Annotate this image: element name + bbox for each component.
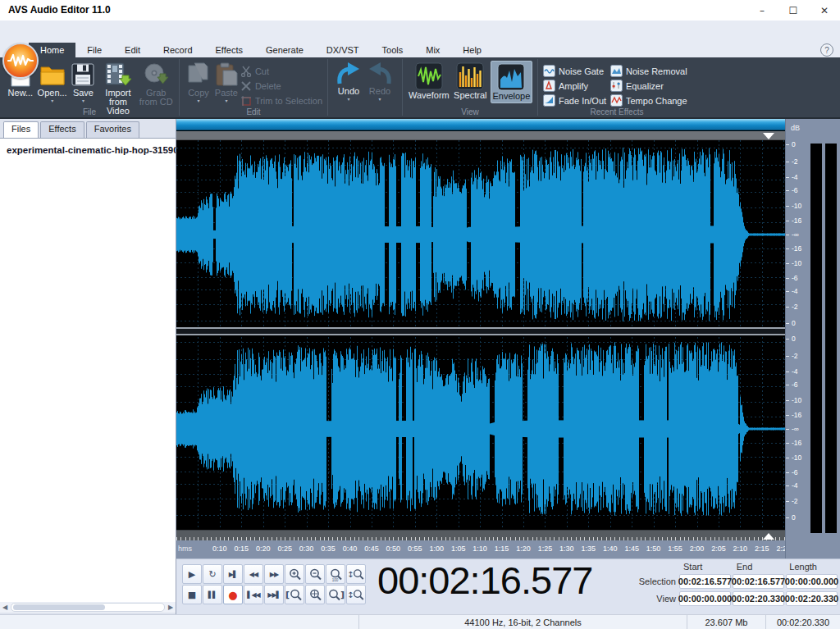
menu-tab-tools[interactable]: Tools <box>371 43 415 57</box>
db-tick <box>786 263 789 264</box>
zoom-selection-end-button[interactable]: ] <box>326 585 345 604</box>
zoom-vertical-in-button[interactable]: ↕ <box>346 564 366 584</box>
view-end-field[interactable]: 00:02:20.330 <box>733 591 784 606</box>
delete-button[interactable]: Delete <box>240 79 322 93</box>
menu-tab-dx-vst[interactable]: DX/VST <box>315 43 371 57</box>
zoom-buttons: 100↕[]↕ <box>285 564 366 604</box>
selection-length-field[interactable]: 00:00:00.000 <box>786 574 838 589</box>
menu-tab-mix[interactable]: Mix <box>414 43 451 57</box>
stop-button[interactable]: ■ <box>182 585 202 604</box>
ruler-tick-label: 1:30 <box>559 545 574 553</box>
db-tick <box>786 206 789 207</box>
record-button[interactable]: ● <box>223 585 243 604</box>
zoom-out-button[interactable] <box>305 564 325 584</box>
ruler-tick-label: 1:50 <box>646 545 661 553</box>
go-to-start-button[interactable]: ▌◀◀ <box>244 585 263 604</box>
scroll-right-icon[interactable]: ▶ <box>166 604 176 611</box>
group-label-file: File <box>0 107 179 116</box>
menu-tab-help[interactable]: Help <box>451 43 493 57</box>
file-list-item[interactable]: experimental-cinematic-hip-hop-315904 <box>0 139 176 157</box>
zoom-selection-start-button[interactable]: [ <box>285 585 304 604</box>
undo-button[interactable]: Undo ▾ <box>333 61 364 101</box>
amplify-button[interactable]: Amplify <box>543 80 610 92</box>
equalizer-button[interactable]: Equalizer <box>610 80 687 92</box>
trim-to-selection-button[interactable]: Trim to Selection <box>240 93 322 108</box>
title-bar: AVS Audio Editor 11.0 – ☐ ✕ <box>0 0 840 21</box>
redo-button[interactable]: Redo ▾ <box>364 61 395 101</box>
spectral-view-button[interactable]: Spectral <box>450 61 491 102</box>
rewind-button[interactable]: ◀◀ <box>244 564 263 584</box>
menu-tab-effects[interactable]: Effects <box>204 43 254 57</box>
scroll-left-icon[interactable]: ◀ <box>0 604 10 611</box>
copy-button[interactable]: Copy ▾ <box>185 61 212 103</box>
ruler-tick-label: 2:05 <box>711 545 726 553</box>
noise-gate-button[interactable]: Noise Gate <box>543 65 610 77</box>
window-title: AVS Audio Editor 11.0 <box>8 4 111 16</box>
play-to-end-button[interactable]: ▶▌ <box>223 564 243 584</box>
waveform-view-button[interactable]: Waveform <box>408 61 450 102</box>
noise-gate-icon <box>543 65 555 77</box>
file-list[interactable]: experimental-cinematic-hip-hop-315904 <box>0 138 176 602</box>
top-marker-strip[interactable] <box>176 131 785 140</box>
selection-start-field[interactable]: 00:02:16.577 <box>679 574 731 589</box>
tempo-change-button[interactable]: Tempo Change <box>610 94 687 107</box>
panel-tab-files[interactable]: Files <box>3 121 39 138</box>
time-ruler[interactable]: hms 0:100:150:200:250:300:350:400:450:50… <box>176 540 785 558</box>
waveform-editor[interactable]: hms 0:100:150:200:250:300:350:400:450:50… <box>176 119 785 558</box>
zoom-selection-button[interactable] <box>305 585 325 604</box>
minimize-button[interactable]: – <box>746 0 778 21</box>
help-icon[interactable]: ? <box>820 43 833 57</box>
menu-tab-generate[interactable]: Generate <box>254 43 315 57</box>
db-label: 0 <box>792 319 796 327</box>
db-tick <box>786 291 789 292</box>
noise-removal-icon <box>610 65 623 77</box>
zoom-in-button[interactable] <box>285 564 304 584</box>
bottom-marker-strip[interactable] <box>176 530 785 540</box>
play-button[interactable]: ▶ <box>182 564 202 584</box>
zoom-100-button[interactable]: 100 <box>326 564 345 584</box>
file-list-horizontal-scrollbar[interactable]: ◀ ▶ <box>0 602 176 613</box>
db-tick <box>786 162 789 162</box>
paste-button[interactable]: Paste ▾ <box>212 61 240 103</box>
svg-text:100: 100 <box>331 577 338 581</box>
view-length-field[interactable]: 00:02:20.330 <box>786 591 838 606</box>
ruler-tick-label: 2:00 <box>690 545 705 553</box>
noise-removal-button[interactable]: Noise Removal <box>610 65 687 77</box>
grab-from-cd-button[interactable]: Grab from CD <box>139 61 174 107</box>
playhead-marker-bottom[interactable] <box>763 533 774 540</box>
avs-logo[interactable] <box>2 43 39 79</box>
panel-tab-favorites[interactable]: Favorites <box>86 121 139 138</box>
cut-button[interactable]: Cut <box>240 64 322 79</box>
scrollbar-thumb[interactable] <box>13 604 105 610</box>
waveform-canvas[interactable] <box>176 140 785 530</box>
equalizer-icon <box>610 80 623 92</box>
fade-in-out-icon <box>543 94 555 107</box>
playhead-marker-top[interactable] <box>763 133 774 139</box>
fast-forward-button[interactable]: ▶▶ <box>264 564 284 584</box>
go-to-end-button[interactable]: ▶▶▌ <box>264 585 284 604</box>
open-button[interactable]: Open... ▾ <box>36 61 69 103</box>
menu-tab-edit[interactable]: Edit <box>113 43 152 57</box>
selection-row: Selection 00:02:16.577 00:02:16.577 00:0… <box>634 574 839 589</box>
selection-end-field[interactable]: 00:02:16.577 <box>733 574 784 589</box>
ruler-tick-label: 1:05 <box>451 545 466 553</box>
fade-in-out-button[interactable]: Fade In/Out <box>543 94 610 107</box>
envelope-view-button[interactable]: Envelope <box>491 61 532 103</box>
panel-tab-effects[interactable]: Effects <box>40 121 84 138</box>
menu-tab-record[interactable]: Record <box>152 43 203 57</box>
db-tick <box>786 248 789 249</box>
db-label: 0 <box>792 335 796 343</box>
save-button[interactable]: Save ▾ <box>68 61 98 103</box>
pause-button[interactable]: ▌▌ <box>203 585 222 604</box>
loop-play-button[interactable]: ↻ <box>203 564 222 584</box>
files-panel: FilesEffectsFavorites experimental-cinem… <box>0 119 176 614</box>
overview-scrollbar[interactable] <box>176 119 785 130</box>
zoom-vertical-out-button[interactable]: ↕ <box>346 585 366 604</box>
menu-tab-file[interactable]: File <box>75 43 113 57</box>
quick-access-toolbar-row: ▾ ▾ ▾ ▾ experimental-cinematic-hip-hop-3… <box>0 21 840 43</box>
view-start-field[interactable]: 00:00:00.000 <box>679 591 731 606</box>
close-button[interactable]: ✕ <box>809 0 840 21</box>
maximize-button[interactable]: ☐ <box>778 0 809 21</box>
db-label: -10 <box>792 396 801 404</box>
avs-audio-editor-window: AVS Audio Editor 11.0 – ☐ ✕ ▾ ▾ <box>0 0 840 629</box>
